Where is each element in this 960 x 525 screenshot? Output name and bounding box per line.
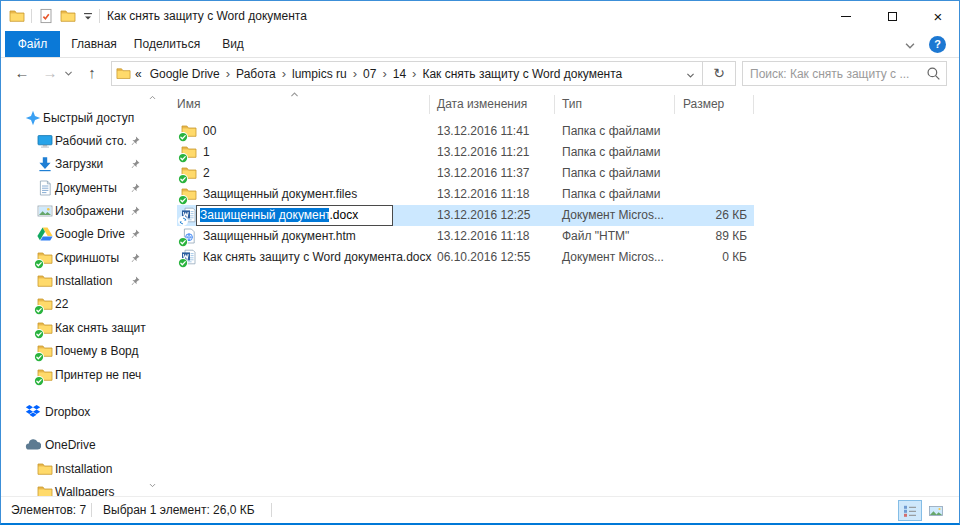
address-bar[interactable]: « Google Drive › Работа › lumpics ru › 0… xyxy=(111,61,703,86)
navigation-bar: ← → ↑ « Google Drive › Работа › lumpics … xyxy=(1,58,959,88)
column-header-type[interactable]: Тип xyxy=(562,97,582,111)
pictures-icon xyxy=(37,203,53,219)
help-button[interactable]: ? xyxy=(929,36,946,53)
maximize-button[interactable] xyxy=(869,1,915,31)
file-date: 13.12.2016 11:41 xyxy=(437,121,530,142)
sidebar-item-dropbox[interactable]: Dropbox xyxy=(1,401,159,423)
documents-icon xyxy=(37,180,53,196)
properties-icon[interactable] xyxy=(38,8,54,24)
sidebar-label: Installation xyxy=(55,270,112,292)
sidebar-label: Installation xyxy=(55,458,112,480)
details-view-icon xyxy=(902,503,918,519)
thumbnails-view-button[interactable] xyxy=(924,500,948,521)
scroll-down-icon[interactable] xyxy=(148,481,157,490)
folder-synced-icon xyxy=(37,250,53,266)
scroll-up-icon[interactable] xyxy=(148,93,157,102)
word-document-synced-icon xyxy=(181,249,197,265)
sidebar-item-onedrive[interactable]: OneDrive xyxy=(1,434,159,456)
column-divider[interactable] xyxy=(554,95,555,114)
file-row[interactable]: Защищенный документ.files 13.12.2016 11:… xyxy=(161,184,959,205)
downloads-icon xyxy=(37,156,53,172)
file-type: Папка с файлами xyxy=(562,121,661,142)
file-type: Документ Micros... xyxy=(562,205,664,226)
sidebar-item-onedrive-installation[interactable]: Installation xyxy=(1,458,159,480)
minimize-button[interactable] xyxy=(823,1,869,31)
sidebar-label: OneDrive xyxy=(45,434,96,456)
breadcrumb-item[interactable]: Google Drive xyxy=(146,67,224,81)
sidebar-item-documents[interactable]: Документы xyxy=(1,177,159,199)
close-button[interactable]: × xyxy=(915,1,960,31)
recent-locations-icon[interactable] xyxy=(63,68,74,79)
file-size: 26 КБ xyxy=(661,205,747,226)
column-headers: Имя Дата изменения Тип Размер xyxy=(161,91,959,117)
breadcrumb-item[interactable]: 07 xyxy=(359,67,380,81)
column-header-date[interactable]: Дата изменения xyxy=(437,97,527,111)
file-name: Как снять защиту с Word документа.docx xyxy=(203,247,432,268)
back-button[interactable]: ← xyxy=(11,61,33,85)
folder-synced-icon xyxy=(181,186,197,202)
refresh-button[interactable]: ↻ xyxy=(702,61,736,86)
breadcrumb-separator-icon: › xyxy=(410,66,418,81)
file-row[interactable]: 1 13.12.2016 11:21 Папка с файлами xyxy=(161,142,959,163)
sidebar-item-installation[interactable]: Installation xyxy=(1,270,159,292)
explorer-window: Как снять защиту с Word документа × Файл… xyxy=(0,0,960,525)
folder-synced-icon xyxy=(37,296,53,312)
sidebar-item-google-drive[interactable]: Google Drive xyxy=(1,223,159,245)
file-date: 13.12.2016 12:25 xyxy=(437,205,530,226)
tab-home[interactable]: Главная xyxy=(63,31,125,57)
sidebar-item-kak-snyat[interactable]: Как снять защит xyxy=(1,317,159,339)
tab-file[interactable]: Файл xyxy=(5,31,60,57)
address-history-icon[interactable] xyxy=(685,70,696,81)
breadcrumb-separator-icon: › xyxy=(280,66,288,81)
sidebar-item-pictures[interactable]: Изображени xyxy=(1,200,159,222)
file-row[interactable]: Защищенный документ.htm 13.12.2016 11:18… xyxy=(161,226,959,247)
breadcrumb-item[interactable]: lumpics ru xyxy=(288,67,351,81)
expand-ribbon-icon[interactable] xyxy=(903,39,917,53)
sidebar-item-downloads[interactable]: Загрузки xyxy=(1,153,159,175)
rename-selected-text: Защищенный документ xyxy=(200,208,329,222)
sidebar-item-printer[interactable]: Принтер не печ xyxy=(1,364,159,386)
file-row[interactable]: 2 13.12.2016 11:37 Папка с файлами xyxy=(161,163,959,184)
column-header-name[interactable]: Имя xyxy=(177,97,200,111)
folder-synced-icon xyxy=(181,123,197,139)
sidebar-item-pochemu[interactable]: Почему в Ворд xyxy=(1,340,159,362)
column-divider[interactable] xyxy=(753,95,754,114)
sidebar-label: Документы xyxy=(55,177,117,199)
folder-synced-icon xyxy=(37,320,53,336)
file-type: Папка с файлами xyxy=(562,163,661,184)
search-icon[interactable] xyxy=(926,66,941,81)
sidebar-label: Быстрый доступ xyxy=(43,107,134,129)
rename-input[interactable]: Защищенный документ.docx xyxy=(196,205,393,226)
sidebar-item-desktop[interactable]: Рабочий сто. xyxy=(1,130,159,152)
column-header-size[interactable]: Размер xyxy=(683,97,724,111)
explorer-folder-icon xyxy=(9,8,25,24)
file-row-selected[interactable]: Защищенный документ.docx 13.12.2016 12:2… xyxy=(161,205,959,226)
close-icon: × xyxy=(934,9,943,24)
tab-share[interactable]: Поделиться xyxy=(127,31,207,57)
column-divider[interactable] xyxy=(674,95,675,114)
breadcrumb-item[interactable]: Работа xyxy=(232,67,280,81)
up-button[interactable]: ↑ xyxy=(81,61,103,85)
qat-customize-icon[interactable] xyxy=(81,8,95,24)
breadcrumb-item[interactable]: Как снять защиту с Word документа xyxy=(418,67,626,81)
file-row[interactable]: 00 13.12.2016 11:41 Папка с файлами xyxy=(161,121,959,142)
breadcrumb-collapsed[interactable]: « xyxy=(131,67,146,81)
title-bar: Как снять защиту с Word документа × xyxy=(1,1,959,31)
details-view-button[interactable] xyxy=(898,500,922,521)
breadcrumb-item[interactable]: 14 xyxy=(389,67,410,81)
new-folder-icon[interactable] xyxy=(60,8,76,24)
tab-view[interactable]: Вид xyxy=(211,31,255,57)
selection-summary: Выбран 1 элемент: 26,0 КБ xyxy=(103,497,255,523)
column-divider[interactable] xyxy=(429,95,430,114)
sidebar-scrollbar[interactable] xyxy=(146,89,159,495)
sidebar-item-screenshots[interactable]: Скриншоты xyxy=(1,247,159,269)
search-input[interactable] xyxy=(743,62,923,85)
sidebar-item-22[interactable]: 22 xyxy=(1,293,159,315)
file-row[interactable]: Как снять защиту с Word документа.docx 0… xyxy=(161,247,959,268)
file-size: 89 КБ xyxy=(661,226,747,247)
sidebar-item-quick-access[interactable]: Быстрый доступ xyxy=(1,107,159,129)
breadcrumb-separator-icon: › xyxy=(351,66,359,81)
forward-button[interactable]: → xyxy=(39,61,61,85)
status-divider xyxy=(91,503,92,517)
file-name: 00 xyxy=(203,121,216,142)
